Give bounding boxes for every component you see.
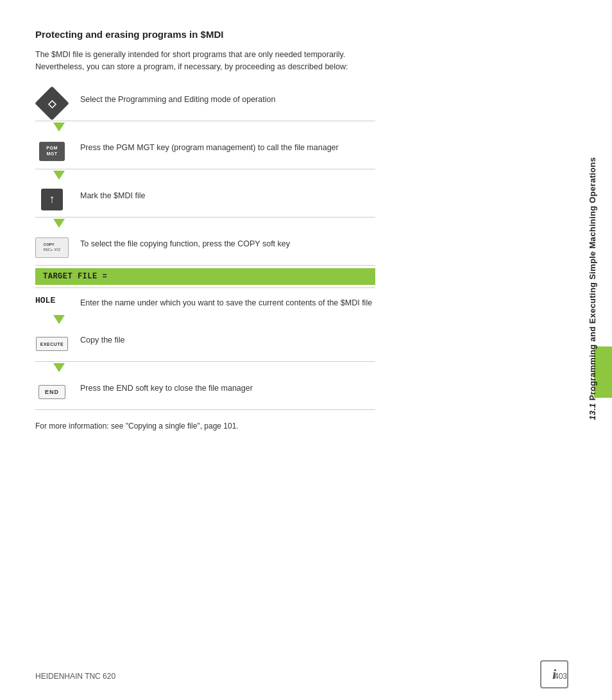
step-6-row: END Press the END soft key to close the … bbox=[35, 373, 375, 410]
intro-text: The $MDI file is generally intended for … bbox=[35, 49, 375, 73]
step-1-row: ◇ Select the Programming and Editing mod… bbox=[35, 85, 375, 121]
diamond-icon: ◇ bbox=[35, 86, 69, 121]
diamond-inner: ◇ bbox=[48, 97, 56, 109]
arrow-5 bbox=[35, 362, 375, 373]
hole-label: HOLE bbox=[35, 295, 69, 305]
copy-icon: COPY REC ▶ XYZ bbox=[35, 237, 69, 258]
info-icon: i bbox=[552, 666, 556, 683]
upload-icon: ↑ bbox=[41, 189, 63, 210]
right-sidebar: 13.1 Programming and Executing Simple Ma… bbox=[572, 0, 612, 700]
step-3-row: ↑ Mark the $MDI file bbox=[35, 181, 375, 218]
step-2-row: PGM MGT Press the PGM MGT key (program m… bbox=[35, 133, 375, 169]
step-3-text: Mark the $MDI file bbox=[80, 187, 375, 202]
arrow-1 bbox=[35, 121, 375, 133]
bottom-bar: HEIDENHAIN TNC 620 403 bbox=[35, 672, 567, 681]
step-1-text: Select the Programming and Editing mode … bbox=[80, 91, 375, 106]
arrow-4 bbox=[35, 314, 375, 325]
step-1-icon: ◇ bbox=[35, 91, 69, 115]
target-file-bar: TARGET FILE = bbox=[35, 268, 375, 285]
sidebar-chapter-text: 13.1 Programming and Executing Simple Ma… bbox=[588, 157, 597, 420]
pgm-mgt-icon: PGM MGT bbox=[39, 142, 65, 161]
sidebar-text-container: 13.1 Programming and Executing Simple Ma… bbox=[572, 0, 612, 577]
step-5-row: EXECUTE Copy the file bbox=[35, 325, 375, 362]
step-5-text: Copy the file bbox=[80, 332, 375, 346]
arrow-down-icon bbox=[53, 171, 65, 180]
step-2-icon: PGM MGT bbox=[35, 139, 69, 164]
hole-row: HOLE Enter the name under which you want… bbox=[35, 287, 375, 314]
arrow-down-icon bbox=[53, 363, 65, 372]
arrow-down-icon bbox=[53, 123, 65, 132]
step-2-text: Press the PGM MGT key (program managemen… bbox=[80, 139, 375, 154]
step-3-icon: ↑ bbox=[35, 187, 69, 212]
step-4-icon: COPY REC ▶ XYZ bbox=[35, 235, 69, 260]
main-content: Protecting and erasing programs in $MDI … bbox=[35, 29, 375, 431]
chapter-number: 13.1 bbox=[588, 400, 597, 420]
chapter-title: Programming and Executing Simple Machini… bbox=[588, 157, 597, 400]
arrow-3 bbox=[35, 218, 375, 229]
execute-button-icon: EXECUTE bbox=[36, 337, 68, 351]
page-title: Protecting and erasing programs in $MDI bbox=[35, 29, 375, 40]
step-4-text: To select the file copying function, pre… bbox=[80, 235, 375, 250]
arrow-down-icon bbox=[53, 219, 65, 228]
end-button-icon: END bbox=[38, 385, 65, 399]
step-6-icon: END bbox=[35, 380, 69, 404]
arrow-down-icon bbox=[53, 315, 65, 324]
arrow-2 bbox=[35, 169, 375, 181]
target-file-label: TARGET FILE = bbox=[43, 272, 107, 281]
hole-text: Enter the name under which you want to s… bbox=[80, 295, 375, 309]
info-icon-box: i bbox=[540, 660, 568, 688]
step-4-row: COPY REC ▶ XYZ To select the file copyin… bbox=[35, 229, 375, 266]
step-5-icon: EXECUTE bbox=[35, 332, 69, 356]
brand-label: HEIDENHAIN TNC 620 bbox=[35, 672, 115, 681]
footer-note: For more information: see "Copying a sin… bbox=[35, 422, 375, 431]
step-6-text: Press the END soft key to close the file… bbox=[80, 380, 375, 395]
